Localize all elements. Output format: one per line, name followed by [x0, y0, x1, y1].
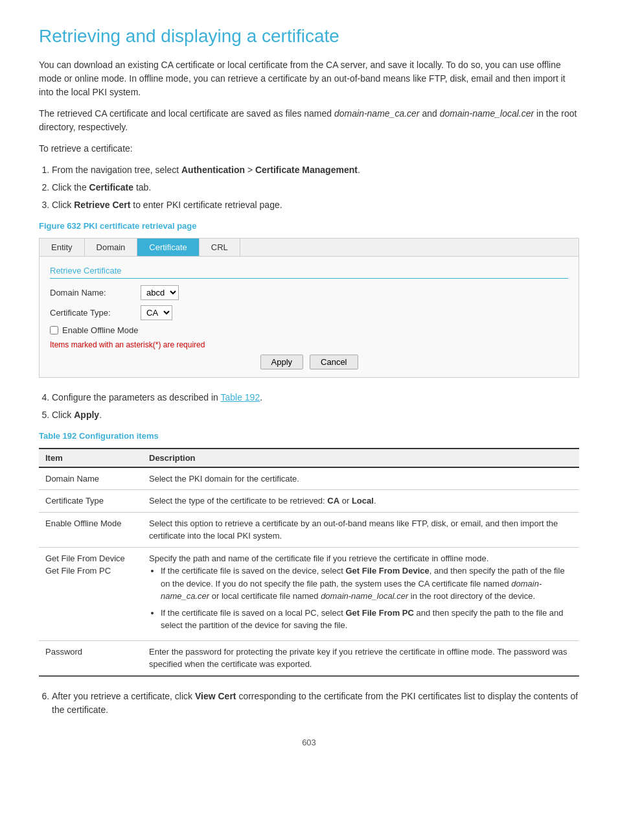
step4-prefix: Configure the parameters as described in — [52, 392, 220, 402]
steps-list: From the navigation tree, select Authent… — [52, 163, 579, 212]
offline-mode-label: Enable Offline Mode — [62, 325, 139, 335]
desc-cert-type: Select the type of the certificate to be… — [143, 490, 579, 513]
col-desc-header: Description — [143, 449, 579, 467]
domain-name-row: Domain Name: abcd — [50, 285, 568, 300]
b1-middle2: or local certificate file named — [209, 591, 321, 601]
step6-prefix: After you retrieve a certificate, click — [52, 691, 195, 701]
page-title: Retrieving and displaying a certificate — [39, 26, 579, 47]
intro2-middle: and — [420, 108, 440, 119]
intro-paragraph-1: You can download an existing CA certific… — [39, 58, 579, 99]
config-table: Item Description Domain Name Select the … — [39, 448, 579, 677]
table-row: Password Enter the password for protecti… — [39, 640, 579, 676]
desc-cert-or: or — [339, 496, 352, 506]
cancel-button[interactable]: Cancel — [310, 355, 358, 369]
tab-domain[interactable]: Domain — [85, 239, 138, 256]
section-title: Retrieve Certificate — [50, 264, 568, 279]
step3-bold1: Retrieve Cert — [74, 200, 130, 210]
step1-bold1: Authentication — [181, 165, 245, 175]
b1-suffix: in the root directory of the device. — [408, 591, 535, 601]
figure-title: Figure 632 PKI certificate retrieval pag… — [39, 220, 579, 233]
tab-entity[interactable]: Entity — [40, 239, 85, 256]
table-row: Domain Name Select the PKI domain for th… — [39, 467, 579, 490]
table-row: Enable Offline Mode Select this option t… — [39, 512, 579, 547]
step5-bold: Apply — [74, 410, 99, 420]
tab-crl[interactable]: CRL — [200, 239, 240, 256]
step-6: After you retrieve a certificate, click … — [52, 690, 579, 717]
getfile-bullet-2: If the certificate file is saved on a lo… — [161, 607, 573, 632]
retrieve-label: To retrieve a certificate: — [39, 142, 579, 156]
cert-type-select[interactable]: CA — [141, 305, 172, 320]
desc-get-file: Specify the path and name of the certifi… — [143, 547, 579, 640]
desc-cert-suffix: . — [374, 496, 376, 506]
step4-suffix: . — [260, 392, 262, 402]
desc-cert-local: Local — [352, 496, 374, 506]
tab-certificate[interactable]: Certificate — [137, 239, 200, 256]
intro2-file1: domain-name_ca.cer — [334, 108, 420, 119]
item-cert-type: Certificate Type — [39, 490, 143, 513]
step-6-list: After you retrieve a certificate, click … — [52, 690, 579, 717]
domain-name-select[interactable]: abcd — [141, 285, 179, 300]
desc-password: Enter the password for protecting the pr… — [143, 640, 579, 676]
step3-suffix: to enter PKI certificate retrieval page. — [130, 200, 282, 210]
apply-button[interactable]: Apply — [260, 355, 304, 369]
page-number: 603 — [39, 736, 579, 749]
step5-suffix: . — [99, 410, 102, 420]
required-note: Items marked with an asterisk(*) are req… — [50, 340, 568, 349]
step2-bold1: Certificate — [89, 182, 133, 192]
item-offline-mode: Enable Offline Mode — [39, 512, 143, 547]
b2-prefix: If the certificate file is saved on a lo… — [161, 608, 345, 618]
step6-bold: View Cert — [195, 691, 236, 701]
step3-prefix: Click — [52, 200, 74, 210]
step-3: Click Retrieve Cert to enter PKI certifi… — [52, 198, 579, 212]
desc-domain-name: Select the PKI domain for the certificat… — [143, 467, 579, 490]
offline-mode-row: Enable Offline Mode — [50, 325, 568, 335]
table-row: Get File From DeviceGet File From PC Spe… — [39, 547, 579, 640]
getfile-bullet-1: If the certificate file is saved on the … — [161, 565, 573, 603]
item-password: Password — [39, 640, 143, 676]
getfile-bullets: If the certificate file is saved on the … — [161, 565, 573, 632]
intro2-prefix: The retrieved CA certificate and local c… — [39, 108, 334, 119]
domain-name-label: Domain Name: — [50, 288, 141, 298]
intro2-file2: domain-name_local.cer — [440, 108, 534, 119]
item-get-file: Get File From DeviceGet File From PC — [39, 547, 143, 640]
step-1: From the navigation tree, select Authent… — [52, 163, 579, 177]
step5-prefix: Click — [52, 410, 74, 420]
step-5: Click Apply. — [52, 408, 579, 422]
step2-suffix: tab. — [133, 182, 151, 192]
form-area: Retrieve Certificate Domain Name: abcd C… — [40, 257, 578, 378]
table-title: Table 192 Configuration items — [39, 430, 579, 443]
b2-bold: Get File From PC — [345, 608, 413, 618]
cert-type-row: Certificate Type: CA — [50, 305, 568, 320]
desc-cert-ca: CA — [327, 496, 339, 506]
desc-cert-prefix: Select the type of the certificate to be… — [149, 496, 327, 506]
button-row: Apply Cancel — [50, 355, 568, 369]
step1-suffix: . — [358, 165, 360, 175]
table192-link[interactable]: Table 192 — [220, 392, 260, 402]
tab-bar: Entity Domain Certificate CRL — [40, 239, 578, 257]
b1-bold: Get File From Device — [345, 566, 429, 576]
step1-bold2: Certificate Management — [255, 165, 358, 175]
cert-type-label: Certificate Type: — [50, 308, 141, 318]
table-row: Certificate Type Select the type of the … — [39, 490, 579, 513]
b1-prefix: If the certificate file is saved on the … — [161, 566, 345, 576]
table-header-row: Item Description — [39, 449, 579, 467]
intro-paragraph-2: The retrieved CA certificate and local c… — [39, 107, 579, 134]
step-2: Click the Certificate tab. — [52, 181, 579, 194]
step2-prefix: Click the — [52, 182, 89, 192]
item-domain-name: Domain Name — [39, 467, 143, 490]
desc-offline-mode: Select this option to retrieve a certifi… — [143, 512, 579, 547]
offline-mode-checkbox[interactable] — [50, 326, 58, 334]
steps-4-5: Configure the parameters as described in… — [52, 391, 579, 422]
b1-italic2: domain-name_local.cer — [321, 591, 408, 601]
step-4: Configure the parameters as described in… — [52, 391, 579, 404]
step1-middle: > — [245, 165, 255, 175]
desc-getfile-intro: Specify the path and name of the certifi… — [149, 554, 488, 563]
step1-prefix: From the navigation tree, select — [52, 165, 181, 175]
col-item-header: Item — [39, 449, 143, 467]
figure-box: Entity Domain Certificate CRL Retrieve C… — [39, 238, 579, 379]
